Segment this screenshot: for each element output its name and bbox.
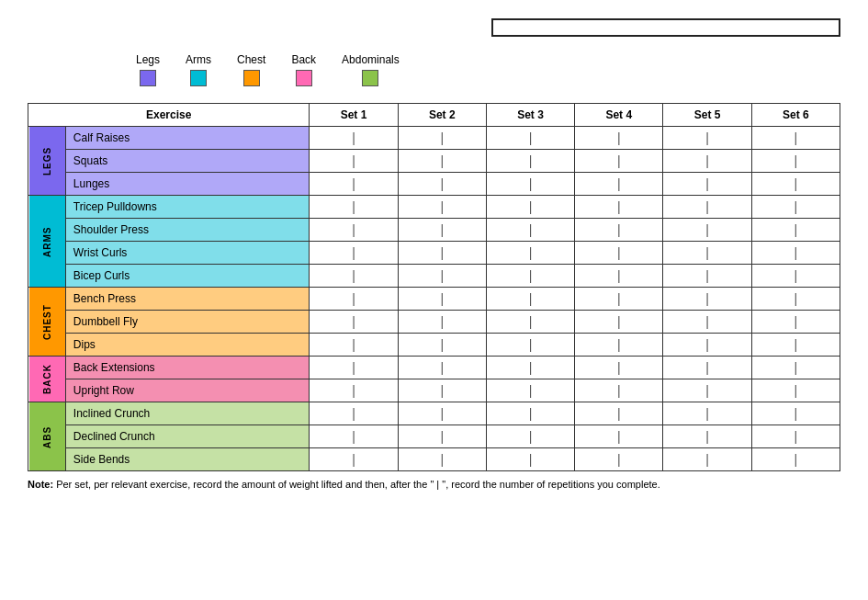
set-cell[interactable]: | — [398, 127, 486, 150]
set-cell[interactable]: | — [663, 334, 751, 357]
set-cell[interactable]: | — [575, 173, 663, 196]
set-cell[interactable]: | — [486, 242, 574, 265]
set-cell[interactable]: | — [486, 173, 574, 196]
set-cell[interactable]: | — [398, 196, 486, 219]
set-cell[interactable]: | — [310, 334, 398, 357]
set-cell[interactable]: | — [751, 288, 840, 311]
exercise-name: Wrist Curls — [65, 242, 310, 265]
category-cell-chest: CHEST — [28, 288, 66, 357]
set-cell[interactable]: | — [751, 402, 840, 425]
set-cell[interactable]: | — [398, 242, 486, 265]
set-cell[interactable]: | — [663, 150, 751, 173]
set-cell[interactable]: | — [575, 425, 663, 448]
table-row: Lunges|||||| — [28, 173, 840, 196]
key-color-box — [296, 70, 312, 86]
set-cell[interactable]: | — [310, 173, 398, 196]
set-cell[interactable]: | — [486, 311, 574, 334]
set-cell[interactable]: | — [575, 127, 663, 150]
set-cell[interactable]: | — [575, 242, 663, 265]
set-cell[interactable]: | — [575, 448, 663, 471]
set-cell[interactable]: | — [310, 357, 398, 379]
set-cell[interactable]: | — [398, 425, 486, 448]
set-cell[interactable]: | — [486, 334, 574, 357]
set-cell[interactable]: | — [398, 150, 486, 173]
set-cell[interactable]: | — [663, 242, 751, 265]
set-cell[interactable]: | — [486, 379, 574, 402]
set-cell[interactable]: | — [398, 311, 486, 334]
set-cell[interactable]: | — [398, 173, 486, 196]
set-cell[interactable]: | — [310, 196, 398, 219]
set-cell[interactable]: | — [575, 219, 663, 242]
set-cell[interactable]: | — [663, 127, 751, 150]
set-cell[interactable]: | — [575, 311, 663, 334]
set-cell[interactable]: | — [310, 379, 398, 402]
category-cell-back: BACK — [28, 357, 66, 402]
table-row: Side Bends|||||| — [28, 448, 840, 471]
set-cell[interactable]: | — [310, 311, 398, 334]
set-cell[interactable]: | — [398, 448, 486, 471]
set-cell[interactable]: | — [486, 127, 574, 150]
set-cell[interactable]: | — [398, 288, 486, 311]
set-cell[interactable]: | — [398, 219, 486, 242]
set-cell[interactable]: | — [486, 288, 574, 311]
set-cell[interactable]: | — [310, 448, 398, 471]
exercise-name: Side Bends — [65, 448, 310, 471]
set-cell[interactable]: | — [486, 265, 574, 288]
set-cell[interactable]: | — [575, 265, 663, 288]
set-cell[interactable]: | — [663, 173, 751, 196]
set-cell[interactable]: | — [310, 242, 398, 265]
set-cell[interactable]: | — [575, 357, 663, 379]
set-cell[interactable]: | — [575, 150, 663, 173]
set-cell[interactable]: | — [663, 379, 751, 402]
set-cell[interactable]: | — [751, 448, 840, 471]
set-cell[interactable]: | — [751, 425, 840, 448]
set-cell[interactable]: | — [398, 402, 486, 425]
set-cell[interactable]: | — [663, 357, 751, 379]
set-cell[interactable]: | — [663, 311, 751, 334]
set-cell[interactable]: | — [310, 265, 398, 288]
set-cell[interactable]: | — [663, 402, 751, 425]
set-cell[interactable]: | — [398, 265, 486, 288]
set-cell[interactable]: | — [751, 196, 840, 219]
set-cell[interactable]: | — [310, 219, 398, 242]
th-set4: Set 4 — [575, 104, 663, 127]
set-cell[interactable]: | — [398, 334, 486, 357]
set-cell[interactable]: | — [751, 379, 840, 402]
set-cell[interactable]: | — [486, 219, 574, 242]
set-cell[interactable]: | — [310, 402, 398, 425]
set-cell[interactable]: | — [751, 357, 840, 379]
set-cell[interactable]: | — [751, 173, 840, 196]
set-cell[interactable]: | — [310, 288, 398, 311]
set-cell[interactable]: | — [486, 150, 574, 173]
set-cell[interactable]: | — [663, 288, 751, 311]
set-cell[interactable]: | — [663, 196, 751, 219]
set-cell[interactable]: | — [751, 219, 840, 242]
set-cell[interactable]: | — [751, 265, 840, 288]
page-header — [28, 18, 840, 37]
set-cell[interactable]: | — [398, 357, 486, 379]
set-cell[interactable]: | — [751, 334, 840, 357]
set-cell[interactable]: | — [663, 425, 751, 448]
set-cell[interactable]: | — [751, 311, 840, 334]
set-cell[interactable]: | — [575, 196, 663, 219]
set-cell[interactable]: | — [486, 357, 574, 379]
set-cell[interactable]: | — [663, 219, 751, 242]
set-cell[interactable]: | — [310, 150, 398, 173]
set-cell[interactable]: | — [575, 334, 663, 357]
set-cell[interactable]: | — [663, 448, 751, 471]
set-cell[interactable]: | — [751, 242, 840, 265]
set-cell[interactable]: | — [575, 379, 663, 402]
set-cell[interactable]: | — [486, 402, 574, 425]
set-cell[interactable]: | — [751, 127, 840, 150]
set-cell[interactable]: | — [398, 379, 486, 402]
set-cell[interactable]: | — [486, 196, 574, 219]
set-cell[interactable]: | — [751, 150, 840, 173]
exercise-name: Bench Press — [65, 288, 310, 311]
set-cell[interactable]: | — [486, 425, 574, 448]
set-cell[interactable]: | — [486, 448, 574, 471]
set-cell[interactable]: | — [663, 265, 751, 288]
set-cell[interactable]: | — [575, 288, 663, 311]
set-cell[interactable]: | — [310, 127, 398, 150]
set-cell[interactable]: | — [575, 402, 663, 425]
set-cell[interactable]: | — [310, 425, 398, 448]
